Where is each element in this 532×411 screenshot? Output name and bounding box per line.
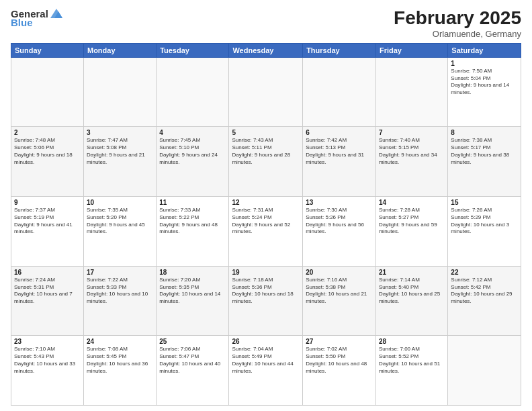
day-number: 22 — [451, 269, 518, 276]
day-number: 13 — [306, 199, 373, 206]
calendar-cell: 1Sunrise: 7:50 AM Sunset: 5:04 PM Daylig… — [448, 57, 521, 127]
day-info: Sunrise: 7:48 AM Sunset: 5:06 PM Dayligh… — [14, 137, 81, 166]
day-info: Sunrise: 7:00 AM Sunset: 5:52 PM Dayligh… — [379, 346, 445, 375]
day-number: 24 — [87, 338, 153, 345]
calendar-cell: 6Sunrise: 7:42 AM Sunset: 5:13 PM Daylig… — [303, 127, 376, 197]
calendar-cell: 11Sunrise: 7:33 AM Sunset: 5:22 PM Dayli… — [157, 197, 229, 267]
calendar-body: 1Sunrise: 7:50 AM Sunset: 5:04 PM Daylig… — [11, 57, 521, 405]
day-number: 2 — [14, 129, 81, 136]
day-number: 20 — [306, 269, 373, 276]
calendar-cell — [303, 57, 376, 127]
calendar-week-row: 16Sunrise: 7:24 AM Sunset: 5:31 PM Dayli… — [11, 266, 521, 336]
day-number: 27 — [306, 338, 373, 345]
calendar-cell — [11, 57, 84, 127]
day-info: Sunrise: 7:47 AM Sunset: 5:08 PM Dayligh… — [87, 137, 153, 166]
calendar-week-row: 23Sunrise: 7:10 AM Sunset: 5:43 PM Dayli… — [11, 336, 521, 406]
calendar-cell — [229, 57, 303, 127]
day-info: Sunrise: 7:12 AM Sunset: 5:42 PM Dayligh… — [451, 277, 518, 306]
col-saturday: Saturday — [448, 43, 521, 57]
page: General Blue February 2025 Orlamuende, G… — [0, 0, 532, 411]
calendar-cell: 28Sunrise: 7:00 AM Sunset: 5:52 PM Dayli… — [375, 336, 447, 406]
calendar-location: Orlamuende, Germany — [394, 29, 521, 39]
calendar-cell: 17Sunrise: 7:22 AM Sunset: 5:33 PM Dayli… — [83, 266, 156, 336]
day-number: 26 — [232, 338, 300, 345]
day-number: 9 — [14, 199, 81, 206]
day-info: Sunrise: 7:20 AM Sunset: 5:35 PM Dayligh… — [159, 277, 226, 306]
calendar-cell: 13Sunrise: 7:30 AM Sunset: 5:26 PM Dayli… — [303, 197, 376, 267]
calendar-title: February 2025 — [394, 8, 521, 29]
calendar-cell: 10Sunrise: 7:35 AM Sunset: 5:20 PM Dayli… — [83, 197, 156, 267]
calendar-week-row: 9Sunrise: 7:37 AM Sunset: 5:19 PM Daylig… — [11, 197, 521, 267]
day-info: Sunrise: 7:16 AM Sunset: 5:38 PM Dayligh… — [306, 277, 373, 306]
day-number: 18 — [159, 269, 226, 276]
day-info: Sunrise: 7:18 AM Sunset: 5:36 PM Dayligh… — [232, 277, 300, 306]
calendar-cell: 9Sunrise: 7:37 AM Sunset: 5:19 PM Daylig… — [11, 197, 84, 267]
calendar-cell: 25Sunrise: 7:06 AM Sunset: 5:47 PM Dayli… — [157, 336, 229, 406]
day-number: 12 — [232, 199, 300, 206]
calendar-cell: 14Sunrise: 7:28 AM Sunset: 5:27 PM Dayli… — [375, 197, 447, 267]
title-block: February 2025 Orlamuende, Germany — [394, 8, 521, 39]
day-number: 7 — [379, 129, 445, 136]
day-number: 17 — [87, 269, 153, 276]
calendar-cell: 27Sunrise: 7:02 AM Sunset: 5:50 PM Dayli… — [303, 336, 376, 406]
calendar-cell: 12Sunrise: 7:31 AM Sunset: 5:24 PM Dayli… — [229, 197, 303, 267]
logo-blue-text: Blue — [11, 17, 33, 28]
day-info: Sunrise: 7:28 AM Sunset: 5:27 PM Dayligh… — [379, 207, 445, 236]
calendar-week-row: 2Sunrise: 7:48 AM Sunset: 5:06 PM Daylig… — [11, 127, 521, 197]
day-number: 19 — [232, 269, 300, 276]
day-number: 1 — [451, 60, 518, 67]
calendar-cell: 18Sunrise: 7:20 AM Sunset: 5:35 PM Dayli… — [157, 266, 229, 336]
calendar-cell: 8Sunrise: 7:38 AM Sunset: 5:17 PM Daylig… — [448, 127, 521, 197]
day-info: Sunrise: 7:50 AM Sunset: 5:04 PM Dayligh… — [451, 68, 518, 97]
day-number: 23 — [14, 338, 81, 345]
day-info: Sunrise: 7:40 AM Sunset: 5:15 PM Dayligh… — [379, 137, 445, 166]
col-thursday: Thursday — [303, 43, 376, 57]
day-number: 16 — [14, 269, 81, 276]
calendar-cell: 22Sunrise: 7:12 AM Sunset: 5:42 PM Dayli… — [448, 266, 521, 336]
day-number: 8 — [451, 129, 518, 136]
col-monday: Monday — [83, 43, 156, 57]
calendar-cell: 3Sunrise: 7:47 AM Sunset: 5:08 PM Daylig… — [83, 127, 156, 197]
day-info: Sunrise: 7:35 AM Sunset: 5:20 PM Dayligh… — [87, 207, 153, 236]
col-sunday: Sunday — [11, 43, 84, 57]
header: General Blue February 2025 Orlamuende, G… — [11, 8, 521, 39]
calendar-cell: 21Sunrise: 7:14 AM Sunset: 5:40 PM Dayli… — [375, 266, 447, 336]
day-number: 5 — [232, 129, 300, 136]
day-number: 15 — [451, 199, 518, 206]
logo-icon — [49, 7, 64, 19]
day-info: Sunrise: 7:06 AM Sunset: 5:47 PM Dayligh… — [159, 346, 226, 375]
calendar-week-row: 1Sunrise: 7:50 AM Sunset: 5:04 PM Daylig… — [11, 57, 521, 127]
calendar-cell: 15Sunrise: 7:26 AM Sunset: 5:29 PM Dayli… — [448, 197, 521, 267]
day-number: 4 — [159, 129, 226, 136]
day-number: 25 — [159, 338, 226, 345]
logo: General Blue — [11, 8, 64, 28]
days-of-week-row: Sunday Monday Tuesday Wednesday Thursday… — [11, 43, 521, 57]
day-info: Sunrise: 7:37 AM Sunset: 5:19 PM Dayligh… — [14, 207, 81, 236]
day-info: Sunrise: 7:26 AM Sunset: 5:29 PM Dayligh… — [451, 207, 518, 236]
calendar-cell: 2Sunrise: 7:48 AM Sunset: 5:06 PM Daylig… — [11, 127, 84, 197]
calendar-cell: 23Sunrise: 7:10 AM Sunset: 5:43 PM Dayli… — [11, 336, 84, 406]
calendar-header: Sunday Monday Tuesday Wednesday Thursday… — [11, 43, 521, 57]
calendar-cell: 4Sunrise: 7:45 AM Sunset: 5:10 PM Daylig… — [157, 127, 229, 197]
day-info: Sunrise: 7:38 AM Sunset: 5:17 PM Dayligh… — [451, 137, 518, 166]
calendar-cell: 19Sunrise: 7:18 AM Sunset: 5:36 PM Dayli… — [229, 266, 303, 336]
day-info: Sunrise: 7:10 AM Sunset: 5:43 PM Dayligh… — [14, 346, 81, 375]
day-info: Sunrise: 7:45 AM Sunset: 5:10 PM Dayligh… — [159, 137, 226, 166]
col-wednesday: Wednesday — [229, 43, 303, 57]
day-info: Sunrise: 7:24 AM Sunset: 5:31 PM Dayligh… — [14, 277, 81, 306]
day-info: Sunrise: 7:31 AM Sunset: 5:24 PM Dayligh… — [232, 207, 300, 236]
day-number: 10 — [87, 199, 153, 206]
day-info: Sunrise: 7:02 AM Sunset: 5:50 PM Dayligh… — [306, 346, 373, 375]
col-friday: Friday — [375, 43, 447, 57]
calendar-cell: 20Sunrise: 7:16 AM Sunset: 5:38 PM Dayli… — [303, 266, 376, 336]
day-number: 11 — [159, 199, 226, 206]
calendar-cell — [448, 336, 521, 406]
day-number: 14 — [379, 199, 445, 206]
calendar-cell: 24Sunrise: 7:08 AM Sunset: 5:45 PM Dayli… — [83, 336, 156, 406]
calendar-table: Sunday Monday Tuesday Wednesday Thursday… — [11, 43, 521, 406]
calendar-cell: 7Sunrise: 7:40 AM Sunset: 5:15 PM Daylig… — [375, 127, 447, 197]
calendar-cell — [83, 57, 156, 127]
calendar-cell: 26Sunrise: 7:04 AM Sunset: 5:49 PM Dayli… — [229, 336, 303, 406]
calendar-cell — [375, 57, 447, 127]
day-number: 3 — [87, 129, 153, 136]
